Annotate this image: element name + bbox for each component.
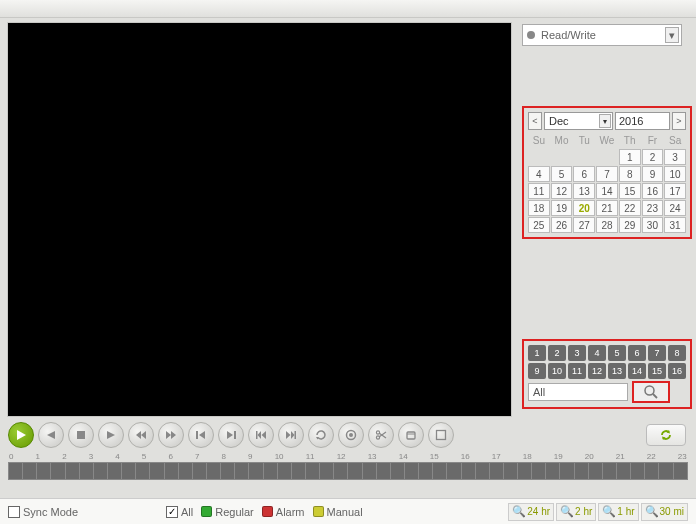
timeline-segment[interactable] [391,462,405,480]
channel-button[interactable]: 1 [528,345,546,361]
all-channels-input[interactable]: All [528,383,628,401]
prev-month-button[interactable]: < [528,112,542,130]
channel-button[interactable]: 16 [668,363,686,379]
refresh-button[interactable] [646,424,686,446]
regular-legend[interactable]: Regular [201,506,254,518]
timeline-segment[interactable] [122,462,136,480]
timeline-segment[interactable] [447,462,461,480]
timeline-segment[interactable] [348,462,362,480]
timeline-segment[interactable] [136,462,150,480]
timeline-segment[interactable] [405,462,419,480]
timeline-segment[interactable] [603,462,617,480]
calendar-day[interactable]: 3 [664,149,686,165]
prev-clip-button[interactable] [248,422,274,448]
timeline-segment[interactable] [207,462,221,480]
stop-button[interactable] [68,422,94,448]
calendar-day[interactable]: 24 [664,200,686,216]
timeline-segment[interactable] [80,462,94,480]
fullscreen-button[interactable] [428,422,454,448]
timeline-segment[interactable] [532,462,546,480]
calendar-day[interactable]: 31 [664,217,686,233]
calendar-day[interactable]: 23 [642,200,664,216]
timeline-segment[interactable] [320,462,334,480]
timeline-segment[interactable] [462,462,476,480]
zoom-1hr-button[interactable]: 🔍1 hr [598,503,638,521]
timeline-segment[interactable] [631,462,645,480]
calendar-day[interactable]: 9 [642,166,664,182]
timeline-segment[interactable] [589,462,603,480]
record-button[interactable] [338,422,364,448]
timeline-segment[interactable] [419,462,433,480]
timeline-segment[interactable] [23,462,37,480]
calendar-day[interactable]: 16 [642,183,664,199]
calendar-day[interactable]: 18 [528,200,550,216]
timeline-segment[interactable] [490,462,504,480]
loop-button[interactable] [308,422,334,448]
calendar-day[interactable]: 12 [551,183,573,199]
timeline-segment[interactable] [546,462,560,480]
timeline-segment[interactable] [560,462,574,480]
calendar-day[interactable]: 11 [528,183,550,199]
timeline-segment[interactable] [264,462,278,480]
timeline-segment[interactable] [575,462,589,480]
timeline-segment[interactable] [504,462,518,480]
manual-legend[interactable]: Manual [313,506,363,518]
channel-button[interactable]: 2 [548,345,566,361]
timeline[interactable]: 01234567891011121314151617181920212223 [8,452,688,480]
sync-mode-checkbox[interactable]: Sync Mode [8,506,78,518]
calendar-day[interactable]: 19 [551,200,573,216]
calendar-day[interactable]: 13 [573,183,595,199]
timeline-segment[interactable] [66,462,80,480]
alarm-legend[interactable]: Alarm [262,506,305,518]
year-input[interactable]: 2016 [615,112,670,130]
timeline-segment[interactable] [179,462,193,480]
timeline-segment[interactable] [165,462,179,480]
timeline-segment[interactable] [363,462,377,480]
timeline-segment[interactable] [292,462,306,480]
calendar-day[interactable]: 7 [596,166,618,182]
rewind-button[interactable] [128,422,154,448]
calendar-day[interactable]: 22 [619,200,641,216]
next-month-button[interactable]: > [672,112,686,130]
calendar-day[interactable]: 25 [528,217,550,233]
zoom-24hr-button[interactable]: 🔍24 hr [508,503,554,521]
channel-button[interactable]: 13 [608,363,626,379]
timeline-segment[interactable] [617,462,631,480]
channel-button[interactable]: 11 [568,363,586,379]
step-back-button[interactable] [38,422,64,448]
timeline-segment[interactable] [674,462,688,480]
calendar-day[interactable]: 15 [619,183,641,199]
timeline-segment[interactable] [51,462,65,480]
calendar-day[interactable]: 26 [551,217,573,233]
timeline-segment[interactable] [249,462,263,480]
timeline-segment[interactable] [377,462,391,480]
calendar-day[interactable]: 27 [573,217,595,233]
zoom-30mi-button[interactable]: 🔍30 mi [641,503,688,521]
zoom-2hr-button[interactable]: 🔍2 hr [556,503,596,521]
timeline-segment[interactable] [518,462,532,480]
calendar-day[interactable]: 10 [664,166,686,182]
search-button[interactable] [632,381,670,403]
calendar-day[interactable]: 6 [573,166,595,182]
timeline-segment[interactable] [476,462,490,480]
calendar-day[interactable]: 4 [528,166,550,182]
timeline-segment[interactable] [645,462,659,480]
calendar-day[interactable]: 30 [642,217,664,233]
channel-button[interactable]: 12 [588,363,606,379]
timeline-segment[interactable] [334,462,348,480]
channel-button[interactable]: 14 [628,363,646,379]
fast-forward-button[interactable] [158,422,184,448]
calendar-day[interactable]: 28 [596,217,618,233]
channel-button[interactable]: 10 [548,363,566,379]
channel-button[interactable]: 4 [588,345,606,361]
calendar-day[interactable]: 20 [573,200,595,216]
month-select[interactable]: Dec ▾ [544,112,613,130]
calendar-day[interactable]: 8 [619,166,641,182]
channel-button[interactable]: 8 [668,345,686,361]
channel-button[interactable]: 3 [568,345,586,361]
play-button[interactable] [8,422,34,448]
export-button[interactable] [398,422,424,448]
calendar-day[interactable]: 29 [619,217,641,233]
timeline-segment[interactable] [659,462,673,480]
channel-button[interactable]: 9 [528,363,546,379]
